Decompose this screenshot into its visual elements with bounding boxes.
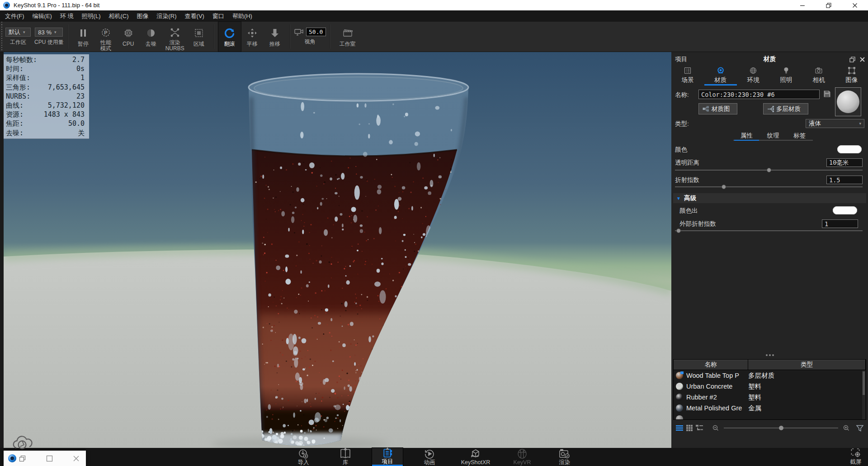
- denoise-button[interactable]: 去噪: [140, 22, 162, 52]
- panel-title-material: 材质: [671, 55, 868, 63]
- library-icon: [340, 448, 351, 459]
- studio-clapperboard-icon: [343, 28, 353, 38]
- color-swatch[interactable]: [837, 145, 862, 153]
- panel-close-icon[interactable]: [859, 57, 865, 62]
- property-subtabs: 属性 纹理 标签: [733, 132, 813, 141]
- material-row[interactable]: Wood Table Top P多层材质: [674, 370, 866, 381]
- menu-camera[interactable]: 相机(C): [104, 10, 132, 22]
- import-button[interactable]: 导入: [288, 448, 319, 466]
- subtab-textures[interactable]: 纹理: [760, 132, 787, 140]
- list-scrollbar[interactable]: [862, 371, 865, 419]
- render-nurbs-icon: [170, 28, 180, 37]
- thumbnail-size-slider[interactable]: [724, 426, 838, 430]
- material-name-input[interactable]: Color:230:230:230 #6: [698, 90, 820, 99]
- ior-input[interactable]: 1.5: [826, 176, 863, 184]
- panel-tabs: 场景 材质 环境 照明 相机 图像: [671, 66, 868, 86]
- tab-environment[interactable]: 环境: [737, 66, 770, 86]
- realtime-viewport[interactable]: 每秒帧数:2.7 时间:0s 采样值:1 三角形:7,653,645 NURBS…: [4, 52, 671, 448]
- menu-bar: 文件(F) 编辑(E) 环 境 照明(L) 相机(C) 图像 渲染(R) 查看(…: [0, 10, 868, 22]
- outside-ior-slider[interactable]: [675, 228, 863, 233]
- tab-material[interactable]: 材质: [704, 66, 737, 86]
- keyshotxr-button[interactable]: KeyShotXR: [456, 448, 495, 466]
- window-controls: [789, 0, 868, 10]
- undock-icon[interactable]: [849, 57, 855, 62]
- cpu-chip-icon: [124, 28, 133, 38]
- performance-mode-button[interactable]: P 性能 模式: [94, 22, 117, 52]
- menu-file[interactable]: 文件(F): [1, 10, 28, 22]
- material-list-header: 名称 类型: [674, 360, 866, 370]
- menu-window[interactable]: 窗口: [208, 10, 228, 22]
- multi-material-button[interactable]: 多层材质: [763, 103, 808, 114]
- studio-button[interactable]: 工作室: [334, 22, 361, 52]
- pan-button[interactable]: 平移: [241, 22, 264, 52]
- zoom-in-icon[interactable]: [843, 425, 849, 431]
- restore-button[interactable]: [816, 0, 842, 10]
- render-nurbs-button[interactable]: 渲染 NURBS: [162, 22, 188, 52]
- menu-lighting[interactable]: 照明(L): [78, 10, 105, 22]
- grid-view-icon[interactable]: [686, 425, 693, 431]
- material-row-partial[interactable]: [674, 414, 866, 420]
- subtab-properties[interactable]: 属性: [733, 132, 760, 140]
- advanced-section-header[interactable]: ▼ 高级: [673, 193, 866, 203]
- material-row[interactable]: Rubber #2塑料: [674, 392, 866, 403]
- tumble-button[interactable]: 翻滚: [218, 22, 241, 52]
- tree-view-icon[interactable]: [696, 425, 703, 431]
- toolbar-drag-handle[interactable]: [0, 22, 4, 52]
- region-button[interactable]: 区域: [188, 22, 210, 52]
- restore-window-icon[interactable]: [19, 455, 26, 462]
- panel-header: 项目 材质: [671, 54, 868, 64]
- dolly-button[interactable]: 推移: [264, 22, 286, 52]
- tab-camera[interactable]: 相机: [802, 66, 835, 86]
- tab-image[interactable]: 图像: [835, 66, 868, 86]
- menu-view[interactable]: 查看(V): [181, 10, 208, 22]
- menu-environment[interactable]: 环 境: [56, 10, 78, 22]
- filter-funnel-icon[interactable]: [856, 425, 863, 432]
- animation-button[interactable]: 动画: [414, 448, 445, 466]
- material-preview-sphere[interactable]: [835, 87, 861, 116]
- save-material-icon[interactable]: [823, 90, 831, 98]
- material-thumbnail: [676, 394, 683, 401]
- screenshot-button[interactable]: 截屏: [850, 448, 862, 466]
- maximize-window-icon[interactable]: [46, 455, 53, 462]
- material-row[interactable]: Metal Polished Gre金属: [674, 403, 866, 414]
- fov-camera-icon: [294, 29, 303, 36]
- material-row[interactable]: Urban Concrete塑料: [674, 381, 866, 392]
- denoise-icon: [146, 28, 156, 38]
- menu-image[interactable]: 图像: [133, 10, 153, 22]
- multi-material-icon: [767, 106, 774, 112]
- color-out-swatch[interactable]: [833, 206, 857, 214]
- outside-ior-input[interactable]: 1: [822, 219, 858, 228]
- subtab-labels[interactable]: 标签: [786, 132, 813, 140]
- minimize-button[interactable]: [789, 0, 816, 10]
- ior-slider[interactable]: [675, 185, 863, 189]
- color-out-label: 颜色出: [679, 207, 698, 215]
- tab-lighting[interactable]: 照明: [770, 66, 803, 86]
- cpu-button[interactable]: CPU: [117, 22, 140, 52]
- fov-input[interactable]: 50.0: [306, 28, 326, 36]
- column-header-type[interactable]: 类型: [748, 360, 866, 370]
- pause-button[interactable]: 暂停: [72, 22, 94, 52]
- material-type-select[interactable]: 液体▾: [806, 119, 864, 128]
- transparency-input[interactable]: 10毫米: [826, 158, 863, 167]
- workspace-select[interactable]: 默认▾: [5, 28, 31, 37]
- menu-render[interactable]: 渲染(R): [153, 10, 181, 22]
- close-button[interactable]: [842, 0, 868, 10]
- list-view-icon[interactable]: [676, 425, 683, 431]
- close-window-icon[interactable]: [73, 455, 80, 462]
- cpu-usage-select[interactable]: 83 %▾: [35, 28, 63, 37]
- material-graph-button[interactable]: 材质图: [698, 103, 737, 114]
- library-button[interactable]: 库: [330, 448, 361, 466]
- keyshot-logo-icon: [3, 2, 10, 9]
- tab-scene[interactable]: 场景: [671, 66, 704, 86]
- menu-help[interactable]: 帮助(H): [228, 10, 256, 22]
- cloud-icon[interactable]: [11, 434, 34, 452]
- column-header-name[interactable]: 名称: [674, 360, 748, 370]
- render-button[interactable]: 渲染: [549, 448, 580, 466]
- menu-edit[interactable]: 编辑(E): [28, 10, 56, 22]
- splitter-handle[interactable]: [671, 353, 868, 357]
- screenshot-icon: [850, 448, 861, 457]
- zoom-out-icon[interactable]: [712, 425, 719, 431]
- project-button[interactable]: 项目: [372, 448, 403, 466]
- workspace-group: 默认▾ 工作区: [5, 22, 31, 52]
- transparency-slider[interactable]: [675, 168, 863, 172]
